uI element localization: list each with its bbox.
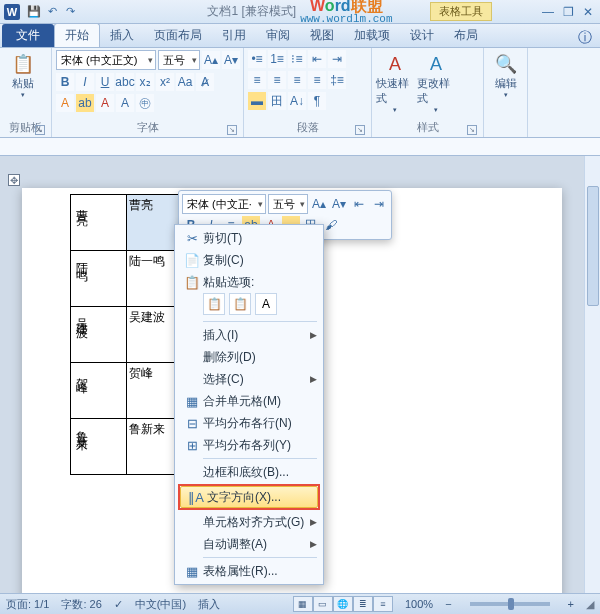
outline-view-icon[interactable]: ≣ <box>353 596 373 612</box>
redo-icon[interactable]: ↷ <box>62 4 78 20</box>
menu-distribute-rows[interactable]: ⊟平均分布各行(N) <box>177 412 321 434</box>
justify-icon[interactable]: ≡ <box>308 71 326 89</box>
scroll-thumb[interactable] <box>587 186 599 306</box>
ruler[interactable] <box>0 138 600 156</box>
launcher-icon[interactable]: ↘ <box>467 125 477 135</box>
indent-left-icon[interactable]: ⇤ <box>308 50 326 68</box>
fullscreen-view-icon[interactable]: ▭ <box>313 596 333 612</box>
table-row[interactable]: 鲁新来鲁新来 <box>71 419 183 475</box>
char-shading-icon[interactable]: A <box>116 94 134 112</box>
font-color-icon[interactable]: A <box>96 94 114 112</box>
sort-icon[interactable]: A↓ <box>288 92 306 110</box>
align-center-icon[interactable]: ≡ <box>268 71 286 89</box>
addin-tab[interactable]: 加载项 <box>344 24 400 47</box>
zoom-out-icon[interactable]: − <box>445 598 451 610</box>
restore-button[interactable]: ❐ <box>560 5 576 19</box>
grow-font-icon[interactable]: A▴ <box>202 51 220 69</box>
word-count[interactable]: 字数: 26 <box>61 597 101 612</box>
layout-tab[interactable]: 页面布局 <box>144 24 212 47</box>
underline-icon[interactable]: U <box>96 73 114 91</box>
document-table[interactable]: 曹亮曹亮 陆一鸣陆一鸣 吴建波吴建波 贺峰贺峰 鲁新来鲁新来 <box>70 194 183 475</box>
change-styles-button[interactable]: A 更改样式 ▾ <box>417 50 455 114</box>
multilevel-icon[interactable]: ⁝≡ <box>288 50 306 68</box>
align-left-icon[interactable]: ≡ <box>248 71 266 89</box>
design-tab[interactable]: 设计 <box>400 24 444 47</box>
font-size-combo[interactable]: 五号 <box>158 50 200 70</box>
numbering-icon[interactable]: 1≡ <box>268 50 286 68</box>
save-icon[interactable]: 💾 <box>26 4 42 20</box>
highlight-icon[interactable]: ab <box>76 94 94 112</box>
table-row[interactable]: 贺峰贺峰 <box>71 363 183 419</box>
clear-format-icon[interactable]: A̷ <box>196 73 214 91</box>
zoom-slider[interactable] <box>470 602 550 606</box>
table-move-handle-icon[interactable]: ✥ <box>8 174 20 186</box>
mini-font-combo[interactable]: 宋体 (中文正· <box>182 194 266 214</box>
table-row[interactable]: 曹亮曹亮 <box>71 195 183 251</box>
page-indicator[interactable]: 页面: 1/1 <box>6 597 49 612</box>
shrink-font-icon[interactable]: A▾ <box>222 51 240 69</box>
view-tab[interactable]: 视图 <box>300 24 344 47</box>
paste-text-icon[interactable]: A <box>255 293 277 315</box>
web-view-icon[interactable]: 🌐 <box>333 596 353 612</box>
indent-right-icon[interactable]: ⇥ <box>328 50 346 68</box>
table-layout-tab[interactable]: 布局 <box>444 24 488 47</box>
print-layout-view-icon[interactable]: ▦ <box>293 596 313 612</box>
review-tab[interactable]: 审阅 <box>256 24 300 47</box>
paste-keep-source-icon[interactable]: 📋 <box>203 293 225 315</box>
italic-icon[interactable]: I <box>76 73 94 91</box>
indent-left-icon[interactable]: ⇤ <box>350 195 368 213</box>
menu-copy[interactable]: 📄复制(C) <box>177 249 321 271</box>
align-right-icon[interactable]: ≡ <box>288 71 306 89</box>
minimize-button[interactable]: — <box>540 5 556 19</box>
launcher-icon[interactable]: ↘ <box>35 125 45 135</box>
superscript-icon[interactable]: x² <box>156 73 174 91</box>
shading-icon[interactable]: ▬ <box>248 92 266 110</box>
indent-right-icon[interactable]: ⇥ <box>370 195 388 213</box>
table-row[interactable]: 吴建波吴建波 <box>71 307 183 363</box>
help-icon[interactable]: ⓘ <box>570 29 600 47</box>
shrink-font-icon[interactable]: A▾ <box>330 195 348 213</box>
enclose-icon[interactable]: ㊥ <box>136 94 154 112</box>
home-tab[interactable]: 开始 <box>54 23 100 47</box>
vertical-scrollbar[interactable] <box>584 156 600 593</box>
menu-borders[interactable]: 边框和底纹(B)... <box>177 461 321 483</box>
close-button[interactable]: ✕ <box>580 5 596 19</box>
menu-cell-alignment[interactable]: 单元格对齐方式(G)▶ <box>177 511 321 533</box>
font-name-combo[interactable]: 宋体 (中文正文) <box>56 50 156 70</box>
grow-font-icon[interactable]: A▴ <box>310 195 328 213</box>
insert-mode[interactable]: 插入 <box>198 597 220 612</box>
quick-styles-button[interactable]: A 快速样式 ▾ <box>376 50 414 114</box>
references-tab[interactable]: 引用 <box>212 24 256 47</box>
undo-icon[interactable]: ↶ <box>44 4 60 20</box>
draft-view-icon[interactable]: ≡ <box>373 596 393 612</box>
language-indicator[interactable]: 中文(中国) <box>135 597 186 612</box>
paste-merge-icon[interactable]: 📋 <box>229 293 251 315</box>
zoom-level[interactable]: 100% <box>405 598 433 610</box>
subscript-icon[interactable]: x₂ <box>136 73 154 91</box>
format-painter-icon[interactable]: 🖌 <box>322 216 340 234</box>
bold-icon[interactable]: B <box>56 73 74 91</box>
zoom-thumb[interactable] <box>508 598 514 610</box>
borders-icon[interactable]: 田 <box>268 92 286 110</box>
menu-table-properties[interactable]: ▦表格属性(R)... <box>177 560 321 582</box>
menu-distribute-cols[interactable]: ⊞平均分布各列(Y) <box>177 434 321 456</box>
change-case-icon[interactable]: Aa <box>176 73 194 91</box>
editing-button[interactable]: 🔍 编辑 ▾ <box>488 50 523 99</box>
launcher-icon[interactable]: ↘ <box>355 125 365 135</box>
menu-merge-cells[interactable]: ▦合并单元格(M) <box>177 390 321 412</box>
mini-size-combo[interactable]: 五号 <box>268 194 308 214</box>
insert-tab[interactable]: 插入 <box>100 24 144 47</box>
menu-cut[interactable]: ✂剪切(T) <box>177 227 321 249</box>
zoom-in-icon[interactable]: + <box>568 598 574 610</box>
menu-autofit[interactable]: 自动调整(A)▶ <box>177 533 321 555</box>
proofing-icon[interactable]: ✓ <box>114 598 123 611</box>
bullets-icon[interactable]: •≡ <box>248 50 266 68</box>
table-row[interactable]: 陆一鸣陆一鸣 <box>71 251 183 307</box>
file-tab[interactable]: 文件 <box>2 24 54 47</box>
menu-delete-column[interactable]: 删除列(D) <box>177 346 321 368</box>
strike-icon[interactable]: abc <box>116 73 134 91</box>
menu-text-direction[interactable]: ‖A文字方向(X)... <box>180 486 318 508</box>
resize-grip-icon[interactable]: ◢ <box>586 598 594 611</box>
paste-button[interactable]: 📋 粘贴 ▾ <box>4 50 42 99</box>
menu-select[interactable]: 选择(C)▶ <box>177 368 321 390</box>
